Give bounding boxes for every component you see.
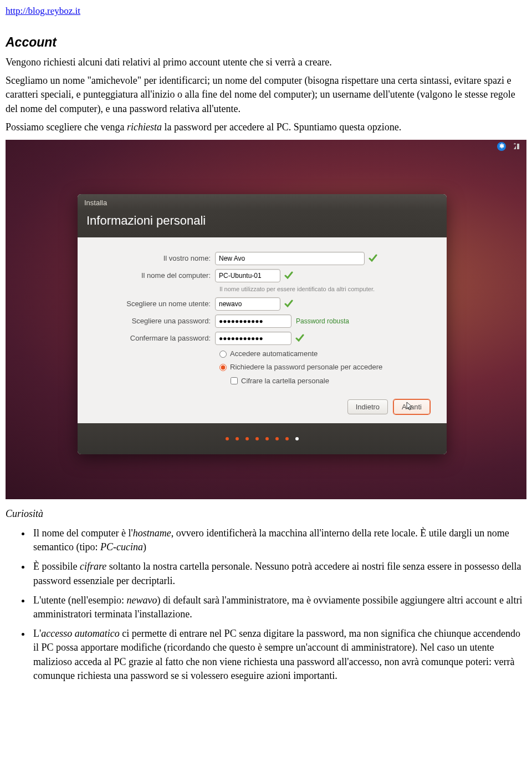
curiosita-list: Il nome del computer è l'hostname, ovver… (6, 526, 526, 683)
button-row: Indietro Avanti (94, 399, 430, 414)
radio-auto-login[interactable]: Accedere automaticamente (219, 349, 430, 359)
radio-auto-login-input[interactable] (219, 351, 227, 358)
italic-word: cifrare (80, 561, 106, 572)
row-confirm-password: Confermare la password: (94, 332, 430, 345)
progress-dot (255, 437, 259, 440)
checkmark-icon (368, 253, 378, 263)
label-confirm-password: Confermare la password: (94, 333, 215, 343)
window-header: Informazioni personali (78, 210, 447, 237)
label-your-name: Il vostro nome: (94, 253, 215, 263)
progress-dot (285, 437, 289, 440)
list-item: Il nome del computer è l'hostname, ovver… (31, 526, 526, 554)
input-username[interactable] (215, 297, 280, 311)
input-confirm-password[interactable] (215, 332, 291, 345)
list-item: L'accesso automatico ci permette di entr… (31, 627, 526, 683)
radio-require-password[interactable]: Richiedere la password personale per acc… (219, 362, 430, 372)
next-button[interactable]: Avanti (393, 399, 430, 414)
list-item: L'utente (nell'esempio: newavo) di defau… (31, 594, 526, 621)
checkmark-icon (284, 271, 294, 281)
row-computer-name: Il nome del computer: (94, 269, 430, 282)
subheading-curiosita: Curiosità (6, 507, 526, 521)
section-heading-account: Account (6, 33, 526, 51)
computer-name-helper: Il nome utilizzato per essere identifica… (219, 285, 430, 293)
label-computer-name: Il nome del computer: (94, 271, 215, 281)
italic-word: PC-cucina (100, 541, 143, 552)
network-icon (512, 141, 522, 151)
checkbox-encrypt-home[interactable]: Cifrare la cartella personale (231, 376, 430, 386)
checkbox-encrypt-home-input[interactable] (231, 377, 238, 384)
radio-auto-login-label: Accedere automaticamente (230, 349, 318, 359)
label-username: Scegliere un nome utente: (94, 299, 215, 309)
description-paragraph: Scegliamo un nome "amichevole" per ident… (6, 74, 526, 116)
row-username: Scegliere un nome utente: (94, 297, 430, 311)
label-password: Scegliere una password: (94, 316, 215, 326)
text-part: soltanto la nostra cartella personale. N… (33, 561, 521, 586)
checkmark-icon (284, 299, 294, 309)
progress-dot (245, 437, 249, 440)
ubuntu-installer-screenshot: ✱ Installa Informazioni personali Il vos… (6, 140, 526, 499)
password-strength-label: Password robusta (296, 317, 349, 326)
installer-window: Installa Informazioni personali Il vostr… (78, 194, 447, 454)
progress-dot (226, 437, 229, 440)
radio-require-password-input[interactable] (219, 364, 227, 371)
text-part: ) (143, 541, 146, 552)
option-paragraph: Possiamo scegliere che venga richiesta l… (6, 120, 526, 134)
input-your-name[interactable] (215, 252, 365, 265)
back-button[interactable]: Indietro (347, 399, 388, 414)
text-part: L' (33, 628, 41, 639)
row-password: Scegliere una password: Password robusta (94, 315, 430, 328)
italic-word: hostname (133, 528, 171, 539)
text-part: Possiamo scegliere che venga (6, 121, 127, 133)
window-titlebar: Installa (78, 194, 447, 210)
checkmark-icon (295, 333, 305, 343)
input-password[interactable] (215, 315, 291, 328)
checkbox-encrypt-home-label: Cifrare la cartella personale (241, 376, 329, 386)
text-part: L'utente (nell'esempio: (33, 595, 126, 606)
desktop-topbar: ✱ (497, 140, 526, 153)
row-your-name: Il vostro nome: (94, 252, 430, 265)
input-computer-name[interactable] (215, 269, 280, 282)
window-footer-dots (78, 423, 447, 454)
progress-dot (275, 437, 279, 440)
radio-require-password-label: Richiedere la password personale per acc… (230, 362, 382, 372)
progress-dot (265, 437, 269, 440)
italic-word: newavo (126, 595, 157, 606)
text-part: Il nome del computer è l' (33, 528, 133, 539)
progress-dot (236, 437, 239, 440)
window-body: Il vostro nome: Il nome del computer: Il… (78, 237, 447, 423)
italic-word: richiesta (127, 121, 162, 133)
intro-paragraph: Vengono richiesti alcuni dati relativi a… (6, 55, 526, 69)
list-item: È possibile cifrare soltanto la nostra c… (31, 560, 526, 587)
text-part: È possibile (33, 561, 80, 572)
source-url: http://blog.reyboz.it (6, 4, 526, 18)
italic-word: accesso automatico (41, 628, 119, 639)
progress-dot-active (295, 437, 299, 440)
accessibility-icon: ✱ (497, 141, 507, 151)
text-part: la password per accedere al PC. Spuntiam… (162, 121, 401, 133)
